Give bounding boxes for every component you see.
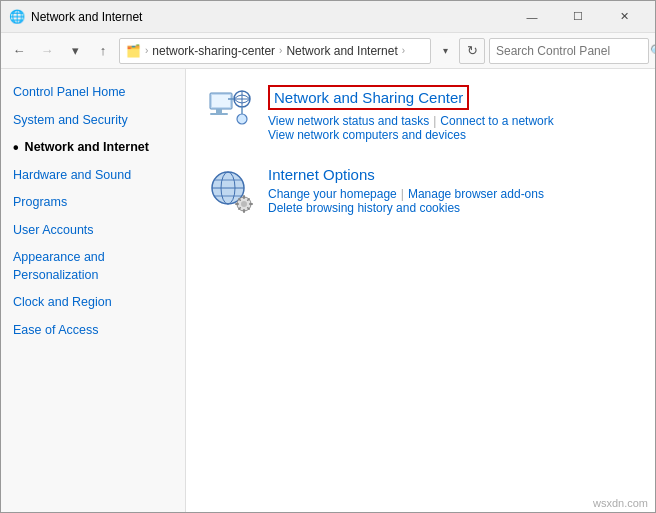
window-icon: 🌐 [9, 9, 25, 25]
category-details-network-sharing-center: Network and Sharing CenterView network s… [268, 85, 635, 142]
svg-rect-2 [216, 109, 222, 113]
window-title: Network and Internet [31, 10, 509, 24]
maximize-button[interactable]: ☐ [555, 1, 601, 33]
cat-sep: | [401, 187, 404, 201]
sidebar-item-label: System and Security [13, 112, 173, 130]
category-icon-network-sharing-center [206, 85, 254, 133]
category-icon-internet-options [206, 166, 254, 214]
forward-button[interactable]: → [35, 39, 59, 63]
title-bar: 🌐 Network and Internet — ☐ ✕ [1, 1, 655, 33]
sidebar-item-system-and-security[interactable]: System and Security [1, 107, 185, 135]
address-bar: ← → ▾ ↑ 🗂️ › network-sharing-center › Ne… [1, 33, 655, 69]
cat-link-connect-to-network[interactable]: Connect to a network [440, 114, 553, 128]
recent-locations-button[interactable]: ▾ [63, 39, 87, 63]
category-item-network-sharing-center: Network and Sharing CenterView network s… [206, 85, 635, 142]
category-details-internet-options: Internet OptionsChange your homepage|Man… [268, 166, 635, 215]
address-dropdown[interactable]: ▾ [435, 38, 455, 64]
svg-point-16 [241, 201, 247, 207]
category-links-internet-options: Change your homepage|Manage browser add-… [268, 187, 635, 215]
active-bullet-icon: • [13, 140, 19, 156]
sidebar-item-network-and-internet[interactable]: •Network and Internet [1, 134, 185, 162]
cat-link-change-homepage[interactable]: Change your homepage [268, 187, 397, 201]
sidebar-item-label: Control Panel Home [13, 84, 173, 102]
sidebar-item-label: Programs [13, 194, 173, 212]
sidebar-item-user-accounts[interactable]: User Accounts [1, 217, 185, 245]
main-content: Control Panel HomeSystem and Security•Ne… [1, 69, 655, 512]
category-links-network-sharing-center: View network status and tasks|Connect to… [268, 114, 635, 142]
sidebar-item-label: Clock and Region [13, 294, 173, 312]
sidebar-item-appearance-and-personalization[interactable]: Appearance and Personalization [1, 244, 185, 289]
search-icon[interactable]: 🔍 [650, 44, 656, 58]
category-title-internet-options[interactable]: Internet Options [268, 166, 375, 183]
sidebar-item-ease-of-access[interactable]: Ease of Access [1, 317, 185, 345]
sidebar-item-label: Hardware and Sound [13, 167, 173, 185]
cat-link-view-network-status[interactable]: View network status and tasks [268, 114, 429, 128]
sidebar-item-hardware-and-sound[interactable]: Hardware and Sound [1, 162, 185, 190]
search-input[interactable] [496, 44, 646, 58]
close-button[interactable]: ✕ [601, 1, 647, 33]
window-controls: — ☐ ✕ [509, 1, 647, 33]
sidebar-item-clock-and-region[interactable]: Clock and Region [1, 289, 185, 317]
content-panel: Network and Sharing CenterView network s… [186, 69, 655, 512]
sidebar-item-programs[interactable]: Programs [1, 189, 185, 217]
sidebar-item-label: Ease of Access [13, 322, 173, 340]
category-title-network-sharing-center[interactable]: Network and Sharing Center [268, 85, 469, 110]
back-button[interactable]: ← [7, 39, 31, 63]
up-button[interactable]: ↑ [91, 39, 115, 63]
cat-link-manage-browser-addons[interactable]: Manage browser add-ons [408, 187, 544, 201]
home-path-icon: 🗂️ [126, 44, 141, 58]
sidebar: Control Panel HomeSystem and Security•Ne… [1, 69, 186, 512]
sidebar-item-label: Network and Internet [25, 139, 173, 157]
sidebar-item-label: User Accounts [13, 222, 173, 240]
refresh-button[interactable]: ↻ [459, 38, 485, 64]
cat-link-delete-browsing-history[interactable]: Delete browsing history and cookies [268, 201, 460, 215]
cat-link-view-network-computers[interactable]: View network computers and devices [268, 128, 466, 142]
path-network-internet[interactable]: Network and Internet [286, 44, 397, 58]
category-item-internet-options: Internet OptionsChange your homepage|Man… [206, 166, 635, 215]
svg-point-7 [237, 114, 247, 124]
path-control-panel[interactable]: network-sharing-center [152, 44, 275, 58]
search-box[interactable]: 🔍 [489, 38, 649, 64]
svg-rect-1 [212, 95, 230, 107]
sidebar-item-control-panel-home[interactable]: Control Panel Home [1, 79, 185, 107]
svg-rect-3 [210, 113, 228, 115]
cat-sep: | [433, 114, 436, 128]
sidebar-item-label: Appearance and Personalization [13, 249, 173, 284]
address-path: 🗂️ › network-sharing-center › Network an… [119, 38, 431, 64]
minimize-button[interactable]: — [509, 1, 555, 33]
